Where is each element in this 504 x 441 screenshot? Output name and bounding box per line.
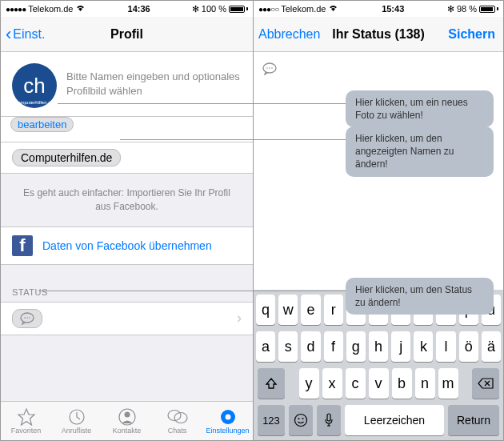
wifi-icon — [75, 4, 86, 14]
nav-bar: Abbrechen Ihr Status (138) Sichern — [254, 17, 503, 52]
emoji-key[interactable] — [289, 405, 313, 435]
cancel-button[interactable]: Abbrechen — [258, 27, 320, 42]
svg-point-2 — [26, 317, 28, 319]
callout-photo: Hier klicken, um ein neues Foto zu wähle… — [346, 90, 494, 127]
key-x[interactable]: x — [322, 368, 342, 399]
key-a[interactable]: a — [256, 331, 275, 362]
key-e[interactable]: e — [301, 295, 320, 325]
instruction-text: Bitte Namen eingeben und optionales Prof… — [66, 63, 242, 98]
key-l[interactable]: l — [436, 331, 455, 362]
key-d[interactable]: d — [301, 331, 320, 362]
tab-contacts[interactable]: Kontakte — [102, 402, 152, 440]
signal-dots: ●●●○○ — [258, 5, 278, 14]
callout-name: Hier klicken, um den angezeigten Namen z… — [346, 126, 494, 177]
key-f[interactable]: f — [324, 331, 343, 362]
svg-point-17 — [302, 418, 304, 419]
facebook-import-button[interactable]: f Daten von Facebook übernehmen — [1, 227, 253, 265]
tab-favorites[interactable]: Favoriten — [1, 402, 51, 440]
name-chip[interactable]: Computerhilfen.de — [12, 149, 121, 166]
svg-point-16 — [298, 418, 300, 419]
back-button[interactable]: ‹ Einst. — [6, 26, 45, 43]
svg-point-14 — [271, 67, 273, 69]
content-area: ch computerhilfen.de Bitte Namen eingebe… — [1, 52, 253, 401]
backspace-key[interactable] — [472, 368, 499, 399]
key-k[interactable]: k — [414, 331, 433, 362]
key-w[interactable]: w — [278, 295, 298, 325]
speech-bubble-icon — [19, 312, 35, 325]
space-key[interactable]: Leerzeichen — [345, 405, 444, 435]
key-r[interactable]: r — [324, 295, 343, 325]
nav-bar: ‹ Einst. Profil — [1, 17, 253, 52]
tab-chats[interactable]: Chats — [152, 402, 202, 440]
contact-icon — [117, 408, 138, 426]
gear-icon — [218, 408, 238, 426]
key-y[interactable]: y — [299, 368, 319, 399]
key-m[interactable]: m — [438, 368, 458, 399]
carrier-label: Telekom.de — [281, 4, 326, 14]
status-bar: ●●●●● Telekom.de 14:36 ✻ 100 % — [1, 1, 253, 17]
key-v[interactable]: v — [369, 368, 389, 399]
svg-point-12 — [266, 67, 268, 69]
tab-recents[interactable]: Anrufliste — [51, 402, 102, 440]
callout-status: Hier klicken, um den Status zu ändern! — [346, 278, 494, 315]
chevron-right-icon: › — [237, 310, 242, 327]
name-row[interactable]: Computerhilfen.de — [1, 142, 253, 174]
profile-section: ch computerhilfen.de Bitte Namen eingebe… — [1, 52, 253, 117]
status-row[interactable]: › — [1, 302, 253, 335]
clock: 14:36 — [128, 4, 150, 14]
wifi-icon — [328, 4, 338, 14]
numbers-key[interactable]: 123 — [258, 405, 285, 435]
connector-line — [120, 139, 346, 140]
battery-pct: 100 % — [202, 4, 226, 14]
battery-pct: 98 % — [457, 4, 477, 14]
carrier-label: Telekom.de — [28, 4, 73, 14]
save-button[interactable]: Sichern — [448, 27, 495, 42]
bluetooth-icon: ✻ — [192, 4, 199, 14]
key-b[interactable]: b — [392, 368, 412, 399]
key-ä[interactable]: ä — [482, 331, 501, 362]
svg-point-1 — [24, 317, 26, 319]
phone-status-edit: ●●●○○ Telekom.de 15:43 ✻ 98 % Abbrechen … — [254, 1, 503, 440]
dictation-key[interactable] — [317, 405, 341, 435]
svg-point-13 — [269, 67, 270, 69]
svg-rect-18 — [327, 414, 330, 421]
star-icon — [16, 408, 37, 426]
tab-settings[interactable]: Einstellungen — [202, 402, 253, 440]
signal-dots: ●●●●● — [6, 5, 26, 14]
svg-point-10 — [225, 414, 230, 419]
svg-point-15 — [295, 415, 307, 427]
connector-line — [38, 291, 346, 291]
chats-icon — [167, 408, 188, 426]
edit-photo-link[interactable]: bearbeiten — [10, 117, 74, 132]
status-section-header: STATUS — [1, 265, 253, 302]
key-h[interactable]: h — [369, 331, 388, 362]
svg-point-3 — [29, 317, 30, 319]
svg-point-6 — [124, 411, 130, 417]
connector-line — [58, 103, 346, 104]
avatar[interactable]: ch computerhilfen.de — [12, 63, 57, 108]
clock: 15:43 — [382, 4, 404, 14]
speech-bubble-icon — [262, 62, 278, 75]
battery-icon — [229, 6, 248, 13]
bluetooth-icon: ✻ — [447, 4, 454, 14]
return-key[interactable]: Return — [448, 405, 499, 435]
facebook-hint: Es geht auch einfacher: Importieren Sie … — [1, 174, 253, 227]
facebook-icon: f — [12, 235, 33, 256]
status-bar: ●●●○○ Telekom.de 15:43 ✻ 98 % — [254, 1, 503, 17]
clock-icon — [66, 408, 87, 426]
key-g[interactable]: g — [346, 331, 366, 362]
key-s[interactable]: s — [278, 331, 298, 362]
key-j[interactable]: j — [391, 331, 410, 362]
shift-key[interactable] — [258, 368, 285, 399]
key-ö[interactable]: ö — [459, 331, 478, 362]
chevron-left-icon: ‹ — [6, 26, 11, 43]
phone-profile: ●●●●● Telekom.de 14:36 ✻ 100 % ‹ Einst. … — [1, 1, 254, 440]
key-n[interactable]: n — [415, 368, 435, 399]
key-c[interactable]: c — [346, 368, 366, 399]
tab-bar: Favoriten Anrufliste Kontakte Chats Eins… — [1, 401, 253, 440]
battery-icon — [479, 6, 498, 13]
key-q[interactable]: q — [256, 295, 275, 325]
